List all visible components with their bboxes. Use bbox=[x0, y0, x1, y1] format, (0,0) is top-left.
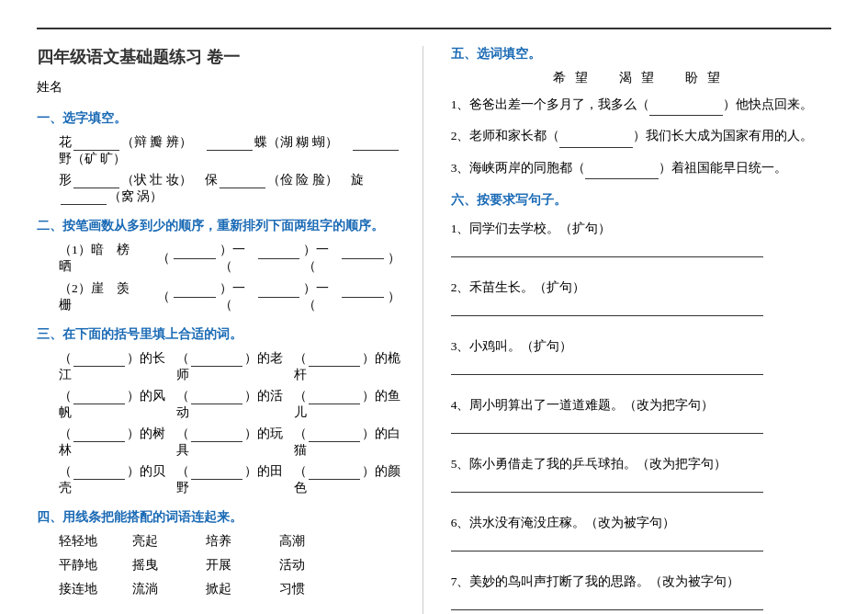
blank bbox=[220, 188, 265, 188]
blank bbox=[174, 258, 215, 259]
blank bbox=[191, 429, 242, 442]
blank bbox=[207, 150, 253, 151]
sec6-q3: 3、小鸡叫。（扩句） bbox=[451, 334, 831, 383]
blank bbox=[309, 429, 360, 442]
section-2-title: 二、按笔画数从多到少的顺序，重新排列下面两组字的顺序。 bbox=[37, 218, 404, 234]
sec6-q6: 6、洪水没有淹没庄稼。（改为被字句） bbox=[451, 510, 831, 560]
answer-line bbox=[451, 374, 763, 375]
blank bbox=[174, 297, 215, 298]
match-item: 习惯 bbox=[279, 581, 334, 597]
blank bbox=[353, 150, 399, 151]
sec6-q7: 7、美妙的鸟叫声打断了我的思路。（改为被字句） bbox=[451, 569, 831, 614]
section-4-title: 四、用线条把能搭配的词语连起来。 bbox=[37, 509, 404, 526]
name-row: 姓名 bbox=[37, 79, 404, 96]
section-3: 三、在下面的括号里填上合适的词。 （）的长江 （）的老师 （）的桅杆 （）的风帆… bbox=[37, 326, 404, 496]
match-item: 接连地 bbox=[59, 581, 132, 597]
answer-line bbox=[451, 492, 763, 493]
vocab-row: 希望 渴望 盼望 bbox=[451, 70, 831, 86]
blank bbox=[191, 392, 242, 404]
fill-row-2: （）的风帆 （）的活动 （）的鱼儿 bbox=[59, 388, 404, 421]
blank bbox=[258, 297, 299, 298]
blank bbox=[73, 188, 119, 188]
fill-row-4: （）的贝壳 （）的田野 （）的颜色 bbox=[59, 463, 404, 496]
answer-line bbox=[451, 315, 763, 316]
sec1-row1: 花（辩 瓣 辨） 蝶（湖 糊 蝴） 野（矿 旷） bbox=[59, 134, 404, 167]
sec1-row2: 形（状 壮 妆） 保（俭 险 脸） 旋（窝 涡） bbox=[59, 172, 404, 205]
sec6-q1: 1、同学们去学校。（扩句） bbox=[451, 216, 831, 266]
blank bbox=[73, 150, 119, 151]
section-3-content: （）的长江 （）的老师 （）的桅杆 （）的风帆 （）的活动 （）的鱼儿 （）的树… bbox=[59, 350, 404, 496]
blank bbox=[258, 258, 299, 259]
page: 四年级语文基础题练习 卷一 姓名 一、选字填空。 花（辩 瓣 辨） 蝶（湖 糊 … bbox=[0, 0, 868, 614]
sec6-q5: 5、陈小勇借走了我的乒乓球拍。（改为把字句） bbox=[451, 451, 831, 501]
section-1: 一、选字填空。 花（辩 瓣 辨） 蝶（湖 糊 蝴） 野（矿 旷） 形（状 壮 妆… bbox=[37, 110, 404, 205]
section-5: 五、选词填空。 希望 渴望 盼望 1、爸爸出差一个多月了，我多么（）他快点回来。… bbox=[451, 46, 831, 179]
section-6: 六、按要求写句子。 1、同学们去学校。（扩句） 2、禾苗生长。（扩句） 3、小鸡… bbox=[451, 192, 831, 614]
section-3-title: 三、在下面的括号里填上合适的词。 bbox=[37, 326, 404, 343]
vocab-text: 希望 渴望 盼望 bbox=[553, 71, 729, 85]
answer-line bbox=[451, 551, 763, 551]
blank bbox=[309, 467, 360, 480]
match-item: 平静地 bbox=[59, 557, 132, 574]
name-label: 姓名 bbox=[37, 80, 62, 94]
blank bbox=[61, 204, 107, 205]
two-col-layout: 四年级语文基础题练习 卷一 姓名 一、选字填空。 花（辩 瓣 辨） 蝶（湖 糊 … bbox=[37, 46, 831, 614]
sec6-q2: 2、禾苗生长。（扩句） bbox=[451, 275, 831, 324]
match-item: 摇曳 bbox=[132, 557, 206, 574]
match-item: 活动 bbox=[279, 557, 334, 574]
blank bbox=[73, 392, 125, 404]
fill-row-3: （）的树林 （）的玩具 （）的白猫 bbox=[59, 426, 404, 459]
section-2-content: （1）暗 榜 晒 （ ）一（ ）一（ ） （2）崖 羡 栅 （ ）一（ bbox=[59, 242, 404, 313]
blank bbox=[342, 297, 383, 298]
match-item: 高潮 bbox=[279, 533, 334, 550]
section-1-content: 花（辩 瓣 辨） 蝶（湖 糊 蝴） 野（矿 旷） 形（状 壮 妆） 保（俭 险 … bbox=[59, 134, 404, 205]
blank bbox=[585, 178, 659, 179]
section-6-title: 六、按要求写句子。 bbox=[451, 192, 831, 209]
top-border bbox=[37, 28, 831, 29]
title-text: 四年级语文基础题练习 卷一 bbox=[37, 48, 240, 66]
blank bbox=[342, 258, 383, 259]
fill-grid: （）的长江 （）的老师 （）的桅杆 （）的风帆 （）的活动 （）的鱼儿 （）的树… bbox=[59, 350, 404, 496]
blank bbox=[649, 115, 723, 116]
answer-line bbox=[451, 609, 763, 610]
blank bbox=[309, 392, 360, 404]
left-column: 四年级语文基础题练习 卷一 姓名 一、选字填空。 花（辩 瓣 辨） 蝶（湖 糊 … bbox=[37, 46, 423, 614]
blank bbox=[73, 354, 125, 367]
match-item: 掀起 bbox=[206, 581, 279, 597]
blank bbox=[559, 147, 633, 148]
word-match-grid: 轻轻地 亮起 培养 高潮 平静地 摇曳 开展 活动 接连地 流淌 掀起 习惯 bbox=[59, 533, 404, 597]
blank bbox=[73, 429, 125, 442]
sec5-q1: 1、爸爸出差一个多月了，我多么（）他快点回来。 bbox=[451, 94, 831, 116]
match-item: 开展 bbox=[206, 557, 279, 574]
match-item: 轻轻地 bbox=[59, 533, 132, 550]
blank bbox=[191, 354, 242, 367]
blank bbox=[73, 467, 125, 480]
stroke-row-1: （1）暗 榜 晒 （ ）一（ ）一（ ） bbox=[59, 242, 404, 275]
blank bbox=[309, 354, 360, 367]
match-item: 流淌 bbox=[132, 581, 206, 597]
sec5-q3: 3、海峡两岸的同胞都（）着祖国能早日统一。 bbox=[451, 157, 831, 179]
section-4-content: 轻轻地 亮起 培养 高潮 平静地 摇曳 开展 活动 接连地 流淌 掀起 习惯 bbox=[59, 533, 404, 597]
sec6-q4: 4、周小明算出了一道道难题。（改为把字句） bbox=[451, 392, 831, 442]
section-2: 二、按笔画数从多到少的顺序，重新排列下面两组字的顺序。 （1）暗 榜 晒 （ ）… bbox=[37, 218, 404, 313]
fill-row-1: （）的长江 （）的老师 （）的桅杆 bbox=[59, 350, 404, 383]
stroke-row-2: （2）崖 羡 栅 （ ）一（ ）一（ ） bbox=[59, 280, 404, 313]
section-4: 四、用线条把能搭配的词语连起来。 轻轻地 亮起 培养 高潮 平静地 摇曳 开展 … bbox=[37, 509, 404, 597]
section-1-title: 一、选字填空。 bbox=[37, 110, 404, 127]
match-item: 亮起 bbox=[132, 533, 206, 550]
right-column: 五、选词填空。 希望 渴望 盼望 1、爸爸出差一个多月了，我多么（）他快点回来。… bbox=[423, 46, 831, 614]
match-item: 培养 bbox=[206, 533, 279, 550]
blank bbox=[191, 467, 242, 480]
answer-line bbox=[451, 256, 763, 257]
sec5-q2: 2、老师和家长都（）我们长大成为国家有用的人。 bbox=[451, 125, 831, 147]
page-title: 四年级语文基础题练习 卷一 bbox=[37, 46, 404, 68]
answer-line bbox=[451, 433, 763, 434]
section-5-title: 五、选词填空。 bbox=[451, 46, 831, 63]
